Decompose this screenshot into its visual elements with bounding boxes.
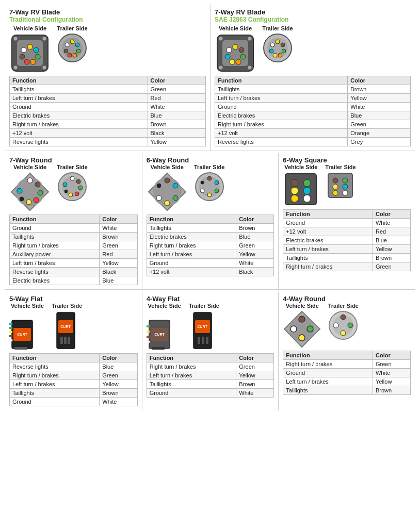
title-rv-traditional: 7-Way RV Blade — [9, 8, 206, 16]
title-rv-sae: 7-Way RV Blade — [215, 8, 411, 16]
svg-rect-100 — [14, 347, 27, 350]
table-row: Reverse lightsYellow — [10, 138, 206, 146]
svg-point-58 — [75, 192, 79, 196]
table-row: Auxiliary powerRed — [10, 250, 138, 259]
section-7way-round: 7-Way Round Vehicle Side — [5, 153, 142, 289]
4way-round-vehicle-svg — [283, 310, 321, 349]
title-5way-flat: 5-Way Flat — [9, 295, 138, 303]
trailer-side-rv-sae: Trailer Side — [262, 25, 293, 74]
title-4way-round: 4-Way Round — [283, 295, 411, 303]
svg-point-6 — [24, 59, 29, 64]
table-row: +12 voltBlack — [147, 268, 274, 276]
svg-point-4 — [35, 54, 40, 59]
svg-rect-119 — [202, 337, 204, 344]
svg-point-124 — [307, 326, 313, 332]
svg-point-9 — [13, 37, 18, 41]
table-rv-sae: Function Color TaillightsBrownLeft turn … — [215, 76, 411, 146]
table-row: Right turn / brakesGreen — [10, 241, 138, 250]
svg-point-34 — [248, 65, 252, 70]
table-row: Right turn / brakesGreen — [283, 360, 411, 369]
svg-rect-98 — [9, 335, 12, 337]
svg-point-64 — [165, 178, 170, 183]
table-row: TaillightsBrown — [147, 380, 274, 389]
table-row: TaillightsBrown — [10, 233, 138, 241]
table-row: Left turn / brakesYellow — [10, 259, 138, 268]
subtitle-rv-sae: SAE J2863 Configuration — [215, 16, 411, 23]
svg-point-20 — [64, 49, 68, 53]
table-row: Right turn / brakesGreen — [215, 120, 411, 129]
title-4way-flat: 4-Way Flat — [147, 295, 274, 303]
svg-point-55 — [70, 176, 74, 180]
svg-point-129 — [341, 315, 346, 320]
table-6way-round: Function Color TaillightsBrownElectric b… — [147, 214, 274, 276]
trailer-side-7way-round: Trailer Side — [57, 164, 88, 212]
svg-point-21 — [65, 43, 69, 47]
svg-point-8 — [21, 47, 26, 53]
svg-rect-96 — [9, 327, 12, 329]
table-row: Right turn / brakesGreen — [283, 262, 411, 271]
table-row: Right turn / brakesBrown — [10, 120, 206, 129]
svg-point-30 — [227, 47, 232, 53]
title-6way-round: 6-Way Round — [147, 156, 274, 164]
svg-point-91 — [343, 190, 348, 195]
svg-point-123 — [299, 316, 305, 322]
table-row: GroundWhite — [283, 369, 411, 377]
title-7way-round: 7-Way Round — [9, 156, 138, 164]
rv-sae-trailer-svg — [262, 32, 293, 63]
table-row: GroundWhite — [10, 398, 138, 406]
trailer-side-5way-flat: Trailer Side CURT — [52, 303, 82, 351]
svg-text:CURT: CURT — [198, 325, 208, 328]
svg-rect-111 — [147, 331, 150, 333]
svg-point-43 — [270, 43, 274, 47]
table-row: GroundWhite — [10, 103, 206, 111]
table-row: Left turn / brakesYellow — [10, 380, 138, 389]
svg-point-131 — [341, 331, 346, 336]
table-row: TaillightsBrown — [283, 386, 411, 395]
svg-point-61 — [63, 183, 67, 187]
svg-point-27 — [236, 59, 241, 64]
svg-point-126 — [290, 326, 297, 332]
svg-rect-113 — [147, 341, 150, 343]
svg-rect-99 — [9, 339, 12, 341]
svg-point-47 — [35, 182, 40, 187]
svg-point-25 — [239, 47, 244, 53]
svg-point-28 — [230, 59, 235, 64]
svg-point-84 — [303, 195, 311, 202]
trailer-side-4way-round: Trailer Side — [328, 303, 359, 349]
table-row: Electric brakesBlue — [283, 236, 411, 245]
svg-point-132 — [333, 323, 338, 328]
svg-point-11 — [13, 65, 18, 70]
4way-flat-vehicle-svg: CURT — [147, 310, 183, 351]
table-row: TaillightsBrown — [10, 389, 138, 398]
5way-flat-vehicle-svg: CURT — [9, 310, 45, 351]
trailer-side-6way-square: Trailer Side — [325, 164, 356, 207]
svg-point-88 — [333, 184, 338, 189]
vehicle-side-6way-square: Vehicle Side — [283, 164, 319, 207]
svg-point-90 — [333, 190, 338, 195]
svg-point-59 — [69, 193, 73, 197]
table-5way-flat: Function Color Reverse lightsBlueRight t… — [9, 353, 138, 406]
table-row: Left turn / brakesRed — [10, 94, 206, 103]
svg-point-86 — [333, 178, 338, 183]
svg-point-39 — [282, 49, 286, 53]
svg-point-48 — [38, 190, 43, 195]
table-row: Electric brakesBlue — [10, 276, 138, 285]
svg-point-67 — [165, 201, 170, 206]
table-row: GroundWhite — [147, 389, 274, 398]
table-row: TaillightsBrown — [283, 254, 411, 262]
table-row: TaillightsGreen — [10, 85, 206, 94]
svg-text:CURT: CURT — [154, 333, 165, 336]
table-row: Electric brakesBlue — [147, 233, 274, 241]
svg-point-17 — [76, 49, 80, 53]
table-row: Reverse lightsBlack — [10, 268, 138, 276]
svg-point-15 — [70, 40, 74, 44]
svg-point-41 — [273, 53, 277, 57]
table-4way-round: Function Color Right turn / brakesGreenG… — [283, 351, 411, 395]
svg-text:CURT: CURT — [60, 325, 71, 328]
svg-rect-95 — [9, 323, 12, 325]
subtitle-rv-traditional: Traditional Configuration — [9, 16, 206, 23]
svg-point-69 — [156, 183, 161, 188]
vehicle-side-rv-sae: Vehicle Side — [215, 25, 256, 74]
svg-point-80 — [303, 179, 311, 187]
table-row: Electric brakesBlue — [10, 111, 206, 120]
